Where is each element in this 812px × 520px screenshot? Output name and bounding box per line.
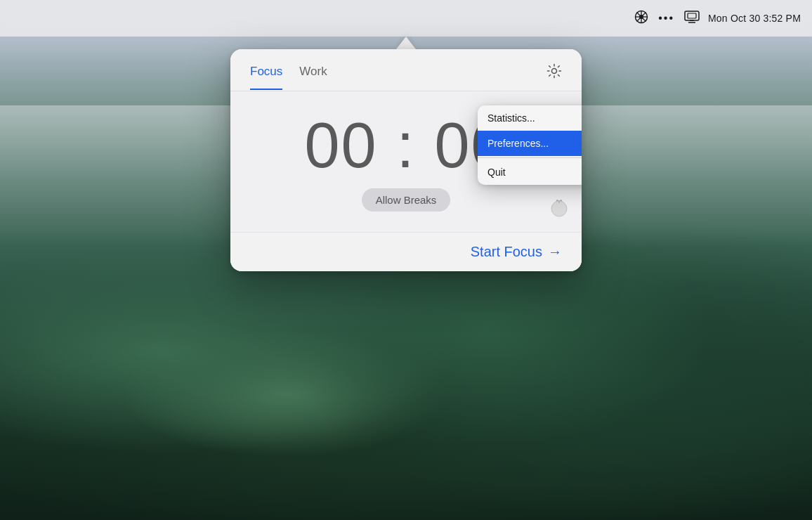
popup-footer: Start Focus → [230,232,582,271]
svg-rect-6 [685,11,699,20]
tab-work[interactable]: Work [299,65,327,90]
aperture-icon[interactable] [634,10,648,27]
dropdown-menu: Statistics... Preferences... ⌘ , Quit ⌘ … [478,105,582,185]
preferences-label: Preferences... [487,138,549,149]
popup-header: Focus Work Statistics... [230,49,582,91]
allow-breaks-button[interactable]: Allow Breaks [362,188,451,212]
start-focus-button[interactable]: Start Focus → [471,244,562,260]
tab-list: Focus Work [250,65,546,90]
timemachine-icon[interactable] [684,11,700,27]
svg-rect-7 [688,13,696,18]
dots-icon[interactable]: ••• [658,12,674,25]
gear-button[interactable] [546,63,562,91]
svg-point-11 [551,201,567,216]
start-focus-label: Start Focus [471,244,542,260]
menu-item-quit[interactable]: Quit ⌘ Q [478,160,582,185]
popup-wrapper: Focus Work Statistics... [230,37,582,271]
svg-point-5 [639,15,643,19]
tomato-icon [549,197,569,222]
svg-point-10 [552,69,557,74]
menubar: ••• Mon Oct 30 3:52 PM [0,0,812,37]
statistics-label: Statistics... [487,112,535,124]
start-focus-arrow: → [548,244,562,260]
popup-arrow [396,37,416,49]
dropdown-separator [478,157,582,158]
menubar-icons: ••• [634,10,700,27]
menu-item-statistics[interactable]: Statistics... [478,105,582,131]
quit-label: Quit [487,167,506,178]
menubar-datetime: Mon Oct 30 3:52 PM [708,13,801,24]
popup-panel: Focus Work Statistics... [230,49,582,271]
gear-container: Statistics... Preferences... ⌘ , Quit ⌘ … [546,63,562,91]
menu-item-preferences[interactable]: Preferences... ⌘ , [478,131,582,156]
tab-focus[interactable]: Focus [250,65,282,90]
